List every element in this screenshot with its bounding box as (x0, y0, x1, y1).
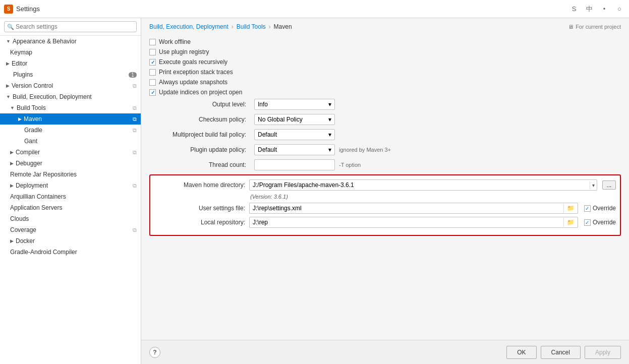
cancel-button[interactable]: Cancel (541, 346, 581, 359)
output-level-label: Output level: (149, 101, 250, 108)
thread-count-input[interactable] (254, 159, 335, 170)
print-exception-checkbox[interactable] (149, 69, 156, 76)
checksum-policy-value: No Global Policy (258, 116, 303, 123)
output-level-select[interactable]: Info ▾ (254, 99, 335, 110)
chevron-down-icon: ▼ (6, 94, 11, 99)
chevron-right-icon: ▶ (10, 150, 14, 155)
sidebar-item-label: Arquillian Containers (10, 193, 66, 200)
breadcrumb-sep-1: › (232, 23, 234, 30)
local-repo-override-label: Override (593, 219, 616, 226)
title-bar-s-btn[interactable]: S (568, 4, 580, 15)
local-repo-override-wrap: Override (584, 219, 616, 226)
breadcrumb: Build, Execution, Deployment › Build Too… (141, 18, 629, 33)
user-settings-browse-btn[interactable]: 📁 (563, 204, 578, 213)
multiproject-policy-select[interactable]: Default ▾ (254, 129, 335, 140)
output-level-row: Output level: Info ▾ (149, 99, 621, 110)
chevron-right-icon: ▶ (10, 161, 14, 166)
use-plugin-registry-text: Use plugin registry (159, 48, 209, 55)
local-repo-browse-btn[interactable]: 📁 (563, 218, 578, 227)
plugin-update-row: Plugin update policy: Default ▾ ignored … (149, 144, 621, 155)
sidebar-item-docker[interactable]: ▶ Docker (0, 235, 141, 247)
sidebar-item-label: Compiler (16, 149, 40, 156)
chevron-right-icon: ▶ (6, 61, 10, 66)
user-settings-input[interactable] (250, 203, 563, 213)
sidebar-item-label: Debugger (16, 160, 42, 167)
sidebar-item-maven[interactable]: ▶ Maven ⧉ (0, 113, 141, 125)
user-settings-override-wrap: Override (584, 205, 616, 212)
bottom-bar: ? OK Cancel Apply (141, 340, 629, 364)
always-update-label[interactable]: Always update snapshots (149, 79, 227, 86)
local-repo-row: Local repository: 📁 Override (154, 217, 616, 228)
ok-button[interactable]: OK (506, 346, 536, 359)
user-settings-input-wrap: 📁 (249, 203, 578, 214)
sidebar-item-version-control[interactable]: ▶ Version Control ⧉ (0, 80, 141, 91)
use-plugin-registry-checkbox[interactable] (149, 49, 156, 55)
sidebar-item-remote-jar[interactable]: Remote Jar Repositories (0, 169, 141, 180)
work-offline-checkbox[interactable] (149, 39, 156, 45)
sidebar-item-label: Coverage (10, 226, 36, 233)
title-bar-circle-btn[interactable]: ○ (614, 4, 625, 15)
dropdown-icon: ▾ (328, 101, 331, 108)
title-bar-left: S Settings (4, 5, 40, 14)
user-settings-override-label: Override (593, 205, 616, 212)
search-input[interactable] (4, 21, 137, 32)
help-button[interactable]: ? (149, 347, 160, 358)
sidebar-item-build-exec[interactable]: ▼ Build, Execution, Deployment (0, 91, 141, 102)
use-plugin-registry-label[interactable]: Use plugin registry (149, 48, 209, 55)
search-box: 🔍 (0, 18, 141, 36)
breadcrumb-link-1[interactable]: Build, Execution, Deployment (149, 23, 228, 30)
sidebar-item-build-tools[interactable]: ▼ Build Tools ⧉ (0, 102, 141, 113)
execute-goals-row: Execute goals recursively (149, 58, 621, 66)
user-settings-row: User settings file: 📁 Override (154, 203, 616, 214)
update-indices-checkbox[interactable] (149, 89, 156, 96)
title-bar-zh-btn[interactable]: 中 (584, 4, 595, 15)
sidebar-item-label: Version Control (12, 82, 53, 89)
content-area: Build, Execution, Deployment › Build Too… (141, 18, 629, 364)
local-repo-label: Local repository: (154, 219, 245, 226)
checksum-policy-select[interactable]: No Global Policy ▾ (254, 114, 335, 125)
maven-home-row: Maven home directory: ▾ ... (154, 179, 616, 191)
sidebar-item-debugger[interactable]: ▶ Debugger (0, 158, 141, 169)
sidebar-item-deployment[interactable]: ▶ Deployment ⧉ (0, 180, 141, 191)
breadcrumb-sep-2: › (269, 23, 271, 30)
plugin-update-label: Plugin update policy: (149, 146, 250, 153)
chevron-right-icon: ▶ (18, 116, 22, 122)
maven-home-dropdown-btn[interactable]: ▾ (590, 181, 597, 189)
maven-version-note: (Version: 3.6.1) (250, 194, 616, 200)
maven-home-browse-btn[interactable]: ... (602, 180, 616, 190)
sidebar-item-clouds[interactable]: Clouds (0, 213, 141, 224)
sidebar-item-gant[interactable]: Gant (0, 136, 141, 147)
work-offline-label[interactable]: Work offline (149, 38, 191, 45)
local-repo-override-check[interactable] (584, 219, 591, 226)
maven-home-input[interactable] (250, 180, 590, 190)
title-bar-title: Settings (16, 5, 40, 13)
update-indices-label[interactable]: Update indices on project open (149, 89, 242, 96)
sidebar-item-app-servers[interactable]: Application Servers (0, 202, 141, 213)
sidebar-item-gradle[interactable]: Gradle ⧉ (0, 125, 141, 136)
sidebar-item-editor[interactable]: ▶ Editor (0, 58, 141, 69)
always-update-text: Always update snapshots (159, 79, 227, 86)
execute-goals-label[interactable]: Execute goals recursively (149, 58, 227, 66)
local-repo-input[interactable] (250, 217, 563, 227)
sidebar-item-coverage[interactable]: Coverage ⧉ (0, 224, 141, 235)
work-offline-text: Work offline (159, 38, 191, 45)
always-update-checkbox[interactable] (149, 79, 156, 86)
user-settings-override-check[interactable] (584, 205, 591, 212)
plugin-update-select[interactable]: Default ▾ (254, 144, 335, 155)
search-wrapper: 🔍 (4, 21, 137, 32)
sidebar-item-plugins[interactable]: Plugins 1 (0, 69, 141, 80)
sidebar-item-arquillian[interactable]: Arquillian Containers (0, 191, 141, 202)
breadcrumb-link-2[interactable]: Build Tools (237, 23, 266, 30)
apply-button[interactable]: Apply (585, 346, 621, 359)
title-bar-dot-btn[interactable]: • (599, 4, 610, 15)
chevron-right-icon: ▶ (10, 183, 14, 188)
sidebar: 🔍 ▼ Appearance & Behavior Keymap ▶ Edito… (0, 18, 141, 364)
sidebar-item-keymap[interactable]: Keymap (0, 47, 141, 58)
sidebar-item-appearance[interactable]: ▼ Appearance & Behavior (0, 36, 141, 47)
sidebar-item-compiler[interactable]: ▶ Compiler ⧉ (0, 147, 141, 158)
execute-goals-checkbox[interactable] (149, 59, 156, 66)
print-exception-label[interactable]: Print exception stack traces (149, 69, 233, 76)
thread-count-note: -T option (339, 162, 361, 168)
dropdown-icon: ▾ (328, 131, 331, 138)
sidebar-item-gradle-android[interactable]: Gradle-Android Compiler (0, 247, 141, 258)
